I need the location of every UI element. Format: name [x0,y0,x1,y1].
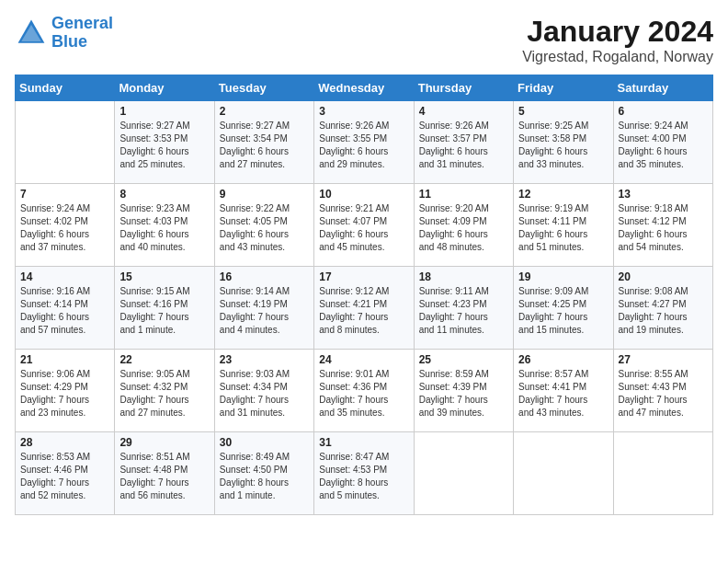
page-header: General Blue January 2024 Vigrestad, Rog… [15,15,713,65]
weekday-header-friday: Friday [514,75,613,101]
day-number: 8 [119,188,209,201]
calendar-cell: 24Sunrise: 9:01 AM Sunset: 4:36 PM Dayli… [314,350,414,432]
weekday-header-tuesday: Tuesday [214,75,313,101]
calendar-cell [613,432,712,515]
calendar-cell: 6Sunrise: 9:24 AM Sunset: 4:00 PM Daylig… [613,101,712,184]
calendar-cell: 11Sunrise: 9:20 AM Sunset: 4:09 PM Dayli… [414,184,513,267]
day-number: 1 [119,105,209,118]
calendar-week-2: 7Sunrise: 9:24 AM Sunset: 4:02 PM Daylig… [16,184,713,267]
calendar-cell: 12Sunrise: 9:19 AM Sunset: 4:11 PM Dayli… [514,184,613,267]
day-number: 24 [319,353,408,366]
day-info: Sunrise: 9:21 AM Sunset: 4:07 PM Dayligh… [319,202,408,254]
day-info: Sunrise: 8:51 AM Sunset: 4:48 PM Dayligh… [119,451,209,502]
calendar-cell: 10Sunrise: 9:21 AM Sunset: 4:07 PM Dayli… [314,184,414,267]
day-info: Sunrise: 9:06 AM Sunset: 4:29 PM Dayligh… [20,368,109,419]
day-info: Sunrise: 8:59 AM Sunset: 4:39 PM Dayligh… [419,368,508,419]
day-number: 25 [419,353,508,366]
calendar-week-3: 14Sunrise: 9:16 AM Sunset: 4:14 PM Dayli… [16,267,713,350]
day-number: 16 [220,270,309,283]
calendar-table: SundayMondayTuesdayWednesdayThursdayFrid… [15,75,713,515]
calendar-cell: 29Sunrise: 8:51 AM Sunset: 4:48 PM Dayli… [115,432,214,515]
calendar-cell: 4Sunrise: 9:26 AM Sunset: 3:57 PM Daylig… [414,101,513,184]
day-info: Sunrise: 9:26 AM Sunset: 3:55 PM Dayligh… [319,120,408,171]
calendar-cell: 28Sunrise: 8:53 AM Sunset: 4:46 PM Dayli… [16,432,115,515]
weekday-header-monday: Monday [115,75,214,101]
day-number: 28 [20,436,109,449]
day-info: Sunrise: 9:14 AM Sunset: 4:19 PM Dayligh… [220,285,309,337]
location-title: Vigrestad, Rogaland, Norway [522,49,713,65]
calendar-cell [514,432,613,515]
day-info: Sunrise: 9:22 AM Sunset: 4:05 PM Dayligh… [220,202,309,254]
day-number: 12 [518,188,608,201]
day-number: 3 [319,105,408,118]
weekday-header-row: SundayMondayTuesdayWednesdayThursdayFrid… [16,75,713,101]
day-number: 31 [319,436,408,449]
logo-blue: Blue [51,32,87,51]
calendar-cell: 22Sunrise: 9:05 AM Sunset: 4:32 PM Dayli… [115,350,214,432]
day-info: Sunrise: 9:18 AM Sunset: 4:12 PM Dayligh… [619,202,708,254]
day-info: Sunrise: 9:11 AM Sunset: 4:23 PM Dayligh… [419,285,508,337]
day-number: 9 [220,188,309,201]
day-number: 14 [20,270,109,283]
day-number: 5 [518,105,608,118]
day-info: Sunrise: 8:57 AM Sunset: 4:41 PM Dayligh… [518,368,608,419]
calendar-cell: 19Sunrise: 9:09 AM Sunset: 4:25 PM Dayli… [514,267,613,350]
calendar-cell: 18Sunrise: 9:11 AM Sunset: 4:23 PM Dayli… [414,267,513,350]
calendar-week-5: 28Sunrise: 8:53 AM Sunset: 4:46 PM Dayli… [16,432,713,515]
logo: General Blue [15,15,113,52]
day-number: 2 [220,105,309,118]
day-info: Sunrise: 8:53 AM Sunset: 4:46 PM Dayligh… [20,451,109,502]
calendar-cell: 20Sunrise: 9:08 AM Sunset: 4:27 PM Dayli… [613,267,712,350]
weekday-header-saturday: Saturday [613,75,712,101]
calendar-cell: 1Sunrise: 9:27 AM Sunset: 3:53 PM Daylig… [115,101,214,184]
calendar-cell: 31Sunrise: 8:47 AM Sunset: 4:53 PM Dayli… [314,432,414,515]
calendar-week-4: 21Sunrise: 9:06 AM Sunset: 4:29 PM Dayli… [16,350,713,432]
calendar-week-1: 1Sunrise: 9:27 AM Sunset: 3:53 PM Daylig… [16,101,713,184]
day-number: 11 [419,188,508,201]
day-info: Sunrise: 9:20 AM Sunset: 4:09 PM Dayligh… [419,202,508,254]
calendar-cell [414,432,513,515]
title-area: January 2024 Vigrestad, Rogaland, Norway [522,15,713,65]
day-info: Sunrise: 9:23 AM Sunset: 4:03 PM Dayligh… [119,202,209,254]
day-number: 17 [319,270,408,283]
calendar-cell: 15Sunrise: 9:15 AM Sunset: 4:16 PM Dayli… [115,267,214,350]
day-number: 26 [518,353,608,366]
calendar-cell: 13Sunrise: 9:18 AM Sunset: 4:12 PM Dayli… [613,184,712,267]
calendar-cell: 21Sunrise: 9:06 AM Sunset: 4:29 PM Dayli… [16,350,115,432]
calendar-cell: 2Sunrise: 9:27 AM Sunset: 3:54 PM Daylig… [214,101,313,184]
weekday-header-wednesday: Wednesday [314,75,414,101]
day-info: Sunrise: 8:49 AM Sunset: 4:50 PM Dayligh… [220,451,309,502]
month-title: January 2024 [522,15,713,49]
day-number: 30 [220,436,309,449]
day-info: Sunrise: 9:25 AM Sunset: 3:58 PM Dayligh… [518,120,608,171]
day-number: 19 [518,270,608,283]
day-info: Sunrise: 9:03 AM Sunset: 4:34 PM Dayligh… [220,368,309,419]
day-info: Sunrise: 8:47 AM Sunset: 4:53 PM Dayligh… [319,451,408,502]
logo-general: General [51,14,113,32]
day-number: 7 [20,188,109,201]
day-number: 10 [319,188,408,201]
day-info: Sunrise: 9:27 AM Sunset: 3:53 PM Dayligh… [119,120,209,171]
day-info: Sunrise: 9:26 AM Sunset: 3:57 PM Dayligh… [419,120,508,171]
calendar-cell: 16Sunrise: 9:14 AM Sunset: 4:19 PM Dayli… [214,267,313,350]
day-info: Sunrise: 9:27 AM Sunset: 3:54 PM Dayligh… [220,120,309,171]
day-number: 21 [20,353,109,366]
calendar-cell: 23Sunrise: 9:03 AM Sunset: 4:34 PM Dayli… [214,350,313,432]
day-number: 22 [119,353,209,366]
day-info: Sunrise: 9:09 AM Sunset: 4:25 PM Dayligh… [518,285,608,337]
day-number: 15 [119,270,209,283]
calendar-cell: 26Sunrise: 8:57 AM Sunset: 4:41 PM Dayli… [514,350,613,432]
calendar-cell: 9Sunrise: 9:22 AM Sunset: 4:05 PM Daylig… [214,184,313,267]
calendar-cell: 30Sunrise: 8:49 AM Sunset: 4:50 PM Dayli… [214,432,313,515]
day-info: Sunrise: 9:05 AM Sunset: 4:32 PM Dayligh… [119,368,209,419]
day-info: Sunrise: 8:55 AM Sunset: 4:43 PM Dayligh… [619,368,708,419]
calendar-cell: 17Sunrise: 9:12 AM Sunset: 4:21 PM Dayli… [314,267,414,350]
calendar-cell: 3Sunrise: 9:26 AM Sunset: 3:55 PM Daylig… [314,101,414,184]
weekday-header-sunday: Sunday [16,75,115,101]
calendar-cell: 8Sunrise: 9:23 AM Sunset: 4:03 PM Daylig… [115,184,214,267]
day-number: 29 [119,436,209,449]
day-number: 23 [220,353,309,366]
day-number: 27 [619,353,708,366]
logo-icon [15,17,48,50]
calendar-cell: 7Sunrise: 9:24 AM Sunset: 4:02 PM Daylig… [16,184,115,267]
